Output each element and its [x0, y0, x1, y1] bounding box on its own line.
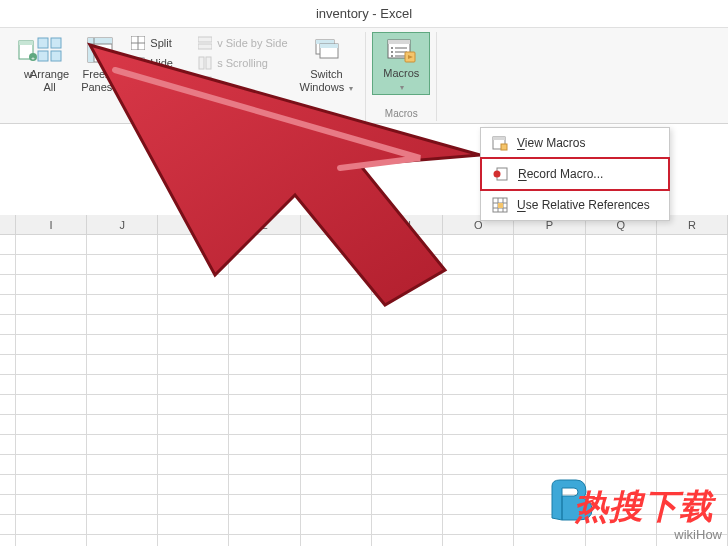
cell[interactable] — [443, 535, 514, 546]
cell[interactable] — [443, 495, 514, 515]
cell[interactable] — [586, 535, 657, 546]
cell[interactable] — [514, 335, 585, 355]
cell[interactable] — [443, 515, 514, 535]
cell[interactable] — [443, 335, 514, 355]
cell[interactable] — [657, 315, 728, 335]
cell[interactable] — [372, 495, 443, 515]
cell[interactable] — [229, 235, 300, 255]
cell[interactable] — [443, 235, 514, 255]
cell[interactable] — [657, 295, 728, 315]
cell[interactable] — [657, 535, 728, 546]
cell[interactable] — [158, 375, 229, 395]
cell[interactable] — [657, 495, 728, 515]
cell[interactable] — [301, 475, 372, 495]
cell[interactable] — [87, 495, 158, 515]
column-header[interactable]: L — [229, 215, 300, 234]
cell[interactable] — [586, 315, 657, 335]
cell[interactable] — [514, 375, 585, 395]
cell[interactable] — [158, 255, 229, 275]
cell[interactable] — [514, 295, 585, 315]
cell[interactable] — [586, 275, 657, 295]
cell[interactable] — [586, 475, 657, 495]
cell[interactable] — [87, 395, 158, 415]
cell[interactable] — [301, 515, 372, 535]
cell[interactable] — [158, 235, 229, 255]
cell[interactable] — [657, 515, 728, 535]
cell[interactable] — [16, 275, 87, 295]
cell[interactable] — [301, 275, 372, 295]
cell[interactable] — [586, 415, 657, 435]
cell[interactable] — [16, 255, 87, 275]
cell[interactable] — [229, 435, 300, 455]
cell[interactable] — [87, 455, 158, 475]
cell[interactable] — [301, 335, 372, 355]
cell[interactable] — [87, 295, 158, 315]
cell[interactable] — [586, 435, 657, 455]
cell[interactable] — [372, 435, 443, 455]
cell[interactable] — [16, 295, 87, 315]
cell[interactable] — [372, 295, 443, 315]
cell[interactable] — [158, 515, 229, 535]
hide-button[interactable]: Hide — [128, 54, 187, 72]
cell[interactable] — [16, 495, 87, 515]
cell[interactable] — [586, 295, 657, 315]
cell[interactable] — [514, 395, 585, 415]
cell[interactable] — [657, 235, 728, 255]
cell[interactable] — [229, 455, 300, 475]
cell[interactable] — [443, 255, 514, 275]
cell[interactable] — [301, 355, 372, 375]
cell[interactable] — [301, 235, 372, 255]
cell[interactable] — [16, 455, 87, 475]
column-header[interactable]: K — [158, 215, 229, 234]
cell[interactable] — [443, 355, 514, 375]
cell[interactable] — [372, 315, 443, 335]
cell[interactable] — [229, 475, 300, 495]
switch-windows-button[interactable]: Switch Windows ▾ — [294, 32, 360, 95]
cell[interactable] — [229, 355, 300, 375]
cell[interactable] — [158, 275, 229, 295]
cell[interactable] — [16, 335, 87, 355]
cell[interactable] — [87, 355, 158, 375]
cell[interactable] — [229, 395, 300, 415]
cell[interactable] — [586, 335, 657, 355]
cell[interactable] — [514, 355, 585, 375]
cell[interactable] — [229, 415, 300, 435]
cell[interactable] — [372, 475, 443, 495]
view-macros-item[interactable]: VView Macrosiew Macros — [481, 128, 669, 158]
column-header[interactable]: M — [301, 215, 372, 234]
cell[interactable] — [87, 375, 158, 395]
cell[interactable] — [87, 315, 158, 335]
cell[interactable] — [301, 535, 372, 546]
cell[interactable] — [16, 415, 87, 435]
cell[interactable] — [16, 435, 87, 455]
cell[interactable] — [443, 375, 514, 395]
cell[interactable] — [16, 395, 87, 415]
cell[interactable] — [514, 435, 585, 455]
cell[interactable] — [372, 515, 443, 535]
cell[interactable] — [158, 335, 229, 355]
cell[interactable] — [229, 515, 300, 535]
cell[interactable] — [229, 375, 300, 395]
cell[interactable] — [443, 455, 514, 475]
cell[interactable] — [16, 315, 87, 335]
cell[interactable] — [158, 535, 229, 546]
column-header[interactable]: N — [372, 215, 443, 234]
cell[interactable] — [158, 295, 229, 315]
cell[interactable] — [158, 495, 229, 515]
cell[interactable] — [87, 515, 158, 535]
cell[interactable] — [301, 455, 372, 475]
cell[interactable] — [514, 495, 585, 515]
cell[interactable] — [158, 415, 229, 435]
cell[interactable] — [514, 255, 585, 275]
cell[interactable] — [301, 375, 372, 395]
cell[interactable] — [514, 455, 585, 475]
cell[interactable] — [657, 255, 728, 275]
cell[interactable] — [514, 535, 585, 546]
cell[interactable] — [372, 415, 443, 435]
cell[interactable] — [586, 375, 657, 395]
cell[interactable] — [443, 435, 514, 455]
cell[interactable] — [301, 435, 372, 455]
cell[interactable] — [87, 335, 158, 355]
cell[interactable] — [657, 275, 728, 295]
macros-button[interactable]: Macros▾ — [372, 32, 430, 95]
